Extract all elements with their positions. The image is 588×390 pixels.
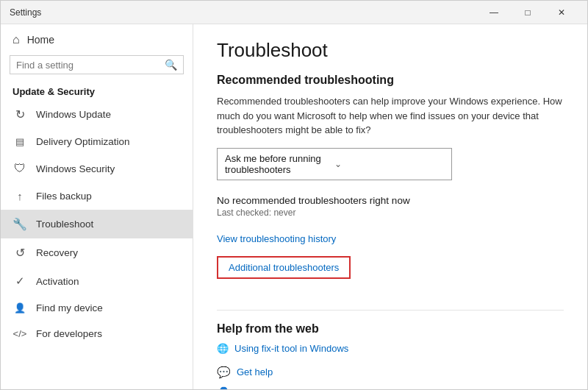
main-layout: ⌂ Home 🔍 Update & Security ↻ Windows Upd… xyxy=(1,24,587,389)
sidebar-item-windows-update[interactable]: ↻ Windows Update xyxy=(1,100,193,129)
close-button[interactable]: ✕ xyxy=(545,1,578,24)
sidebar-item-label: Recovery xyxy=(36,247,78,258)
additional-troubleshooters-container: Additional troubleshooters xyxy=(217,256,564,295)
window-controls: — □ ✕ xyxy=(477,1,578,24)
get-help-icon: 💬 xyxy=(217,366,231,379)
sidebar-item-label: Troubleshoot xyxy=(36,219,93,230)
sidebar-item-label: Windows Security xyxy=(36,163,115,174)
recommended-heading: Recommended troubleshooting xyxy=(217,74,564,87)
help-section: Help from the web 🌐 Using fix-it tool in… xyxy=(217,322,564,354)
page-title: Troubleshoot xyxy=(217,39,564,62)
sidebar-item-files-backup[interactable]: ↑ Files backup xyxy=(1,182,193,210)
sidebar-item-label: Files backup xyxy=(36,191,92,202)
sidebar-home-label: Home xyxy=(27,34,54,46)
recovery-icon: ↺ xyxy=(12,246,27,260)
sidebar-item-delivery-optimization[interactable]: ▤ Delivery Optimization xyxy=(1,129,193,155)
sidebar-item-label: Delivery Optimization xyxy=(36,136,130,147)
security-icon: 🛡 xyxy=(12,162,27,175)
web-icon: 🌐 xyxy=(217,343,229,354)
last-checked-label: Last checked: never xyxy=(217,208,564,218)
developers-icon: </> xyxy=(12,328,27,339)
window-title: Settings xyxy=(10,7,477,18)
sidebar-item-developers[interactable]: </> For developers xyxy=(1,321,193,347)
troubleshoot-dropdown[interactable]: Ask me before running troubleshooters ⌄ xyxy=(217,148,452,180)
sidebar: ⌂ Home 🔍 Update & Security ↻ Windows Upd… xyxy=(1,24,193,389)
sidebar-section-title: Update & Security xyxy=(1,80,193,100)
description-text: Recommended troubleshooters can help imp… xyxy=(217,94,564,138)
search-input[interactable] xyxy=(16,60,165,71)
sidebar-home-back[interactable]: ⌂ Home xyxy=(1,24,193,55)
sidebar-item-windows-security[interactable]: 🛡 Windows Security xyxy=(1,155,193,182)
sidebar-item-label: For developers xyxy=(36,328,102,339)
minimize-button[interactable]: — xyxy=(477,1,511,24)
maximize-button[interactable]: □ xyxy=(511,1,545,24)
home-icon: ⌂ xyxy=(12,33,20,46)
divider xyxy=(217,310,564,311)
search-icon: 🔍 xyxy=(165,59,177,71)
get-help-link[interactable]: Get help xyxy=(237,366,273,377)
sidebar-item-label: Windows Update xyxy=(36,109,111,120)
help-heading: Help from the web xyxy=(217,322,564,336)
windows-update-icon: ↻ xyxy=(12,107,27,121)
give-feedback-icon: 👤 xyxy=(217,386,231,390)
main-content: Troubleshoot Recommended troubleshooting… xyxy=(193,24,587,389)
dropdown-value: Ask me before running troubleshooters xyxy=(225,153,334,175)
sidebar-item-activation[interactable]: ✓ Activation xyxy=(1,267,193,295)
settings-window: Settings — □ ✕ ⌂ Home 🔍 Update & Securit… xyxy=(0,0,588,390)
web-link-item: 🌐 Using fix-it tool in Windows xyxy=(217,343,564,354)
sidebar-item-find-device[interactable]: 👤 Find my device xyxy=(1,295,193,321)
sidebar-item-label: Activation xyxy=(36,276,79,287)
delivery-icon: ▤ xyxy=(12,136,27,147)
sidebar-item-recovery[interactable]: ↺ Recovery xyxy=(1,238,193,267)
no-troubleshooters-title: No recommended troubleshooters right now xyxy=(217,195,564,206)
sidebar-item-troubleshoot[interactable]: 🔧 Troubleshoot xyxy=(1,210,193,238)
chevron-down-icon: ⌄ xyxy=(334,159,444,169)
troubleshoot-icon: 🔧 xyxy=(12,217,27,231)
status-box: No recommended troubleshooters right now… xyxy=(217,195,564,218)
activation-icon: ✓ xyxy=(12,274,27,288)
web-link[interactable]: Using fix-it tool in Windows xyxy=(234,343,348,354)
view-history-link[interactable]: View troubleshooting history xyxy=(217,233,336,244)
give-feedback-item: 👤 Give feedback xyxy=(217,386,564,390)
backup-icon: ↑ xyxy=(12,190,27,202)
search-box[interactable]: 🔍 xyxy=(10,55,184,74)
get-help-item: 💬 Get help xyxy=(217,366,564,379)
sidebar-item-label: Find my device xyxy=(36,302,103,313)
title-bar: Settings — □ ✕ xyxy=(1,1,587,24)
additional-troubleshooters-button[interactable]: Additional troubleshooters xyxy=(217,256,351,279)
find-device-icon: 👤 xyxy=(12,302,27,313)
give-feedback-link[interactable]: Give feedback xyxy=(237,387,298,389)
